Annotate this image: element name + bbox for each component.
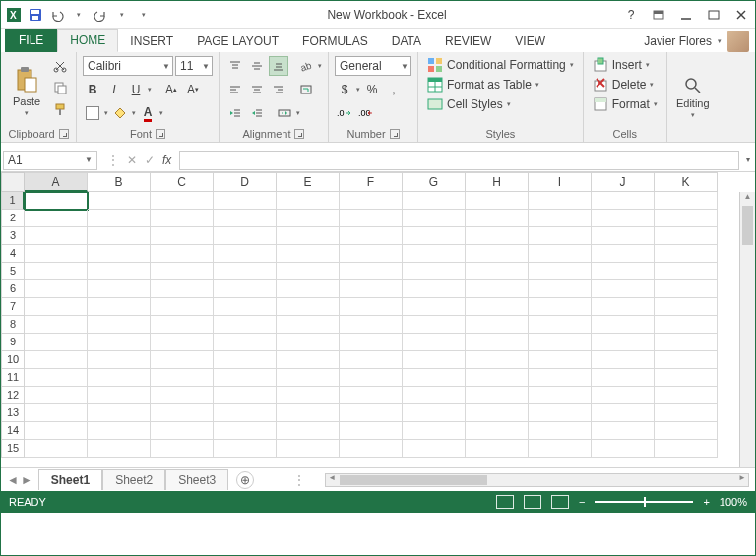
cell[interactable] [529, 298, 592, 316]
cell[interactable] [214, 351, 277, 369]
cell[interactable] [277, 192, 340, 210]
cell[interactable] [655, 351, 718, 369]
redo-dropdown-icon[interactable]: ▾ [113, 6, 131, 24]
cell[interactable] [88, 227, 151, 245]
cell[interactable] [403, 440, 466, 458]
copy-icon[interactable] [50, 78, 70, 97]
cell[interactable] [466, 263, 529, 280]
cell[interactable] [466, 298, 529, 316]
cell[interactable] [88, 298, 151, 316]
cell[interactable] [529, 192, 592, 210]
borders-icon[interactable] [83, 103, 102, 123]
cell[interactable] [214, 245, 277, 263]
close-icon[interactable] [731, 6, 751, 24]
cell[interactable] [403, 387, 466, 404]
cell[interactable] [88, 387, 151, 404]
cell[interactable] [655, 387, 718, 404]
cell[interactable] [592, 280, 655, 298]
row-header[interactable]: 2 [1, 210, 25, 227]
cell[interactable] [655, 334, 718, 351]
cell[interactable] [277, 351, 340, 369]
cell[interactable] [25, 369, 88, 387]
cell[interactable] [214, 227, 277, 245]
cell[interactable] [151, 351, 214, 369]
cell[interactable] [214, 210, 277, 227]
column-header[interactable]: F [340, 172, 403, 192]
page-break-view-icon[interactable] [551, 495, 569, 509]
cell[interactable] [25, 387, 88, 404]
font-dialog-launcher[interactable] [156, 129, 165, 139]
conditional-formatting-button[interactable]: Conditional Formatting▾ [424, 56, 577, 74]
cell[interactable] [340, 404, 403, 422]
percent-icon[interactable]: % [362, 80, 382, 99]
increase-font-icon[interactable]: A▴ [161, 80, 181, 99]
align-bottom-icon[interactable] [269, 56, 288, 76]
tab-formulas[interactable]: FORMULAS [290, 31, 380, 52]
cell[interactable] [403, 210, 466, 227]
normal-view-icon[interactable] [496, 495, 514, 509]
qat-customize-icon[interactable]: ▾ [135, 6, 153, 24]
cell[interactable] [592, 404, 655, 422]
cell[interactable] [340, 334, 403, 351]
cell[interactable] [592, 263, 655, 280]
cell[interactable] [25, 245, 88, 263]
cell[interactable] [655, 245, 718, 263]
cell[interactable] [214, 263, 277, 280]
font-color-icon[interactable]: A [138, 103, 158, 123]
cell[interactable] [151, 334, 214, 351]
cell[interactable] [214, 280, 277, 298]
cell[interactable] [277, 334, 340, 351]
cut-icon[interactable] [50, 56, 70, 76]
cell[interactable] [403, 298, 466, 316]
currency-dropdown-icon[interactable]: ▾ [356, 86, 360, 93]
cell[interactable] [340, 245, 403, 263]
align-left-icon[interactable] [225, 80, 245, 99]
column-header[interactable]: K [655, 172, 718, 192]
avatar[interactable] [727, 31, 749, 52]
cell-styles-button[interactable]: Cell Styles▾ [424, 95, 577, 113]
cell[interactable] [592, 210, 655, 227]
cell[interactable] [88, 316, 151, 334]
cell[interactable] [403, 404, 466, 422]
formula-expand-icon[interactable]: ▾ [741, 155, 755, 164]
cell[interactable] [340, 316, 403, 334]
cell[interactable] [340, 369, 403, 387]
cell[interactable] [655, 404, 718, 422]
save-icon[interactable] [27, 6, 44, 24]
tab-home[interactable]: HOME [57, 29, 118, 52]
cell[interactable] [592, 369, 655, 387]
cell[interactable] [529, 263, 592, 280]
row-header[interactable]: 1 [1, 192, 25, 210]
underline-dropdown-icon[interactable]: ▾ [148, 86, 152, 93]
cell[interactable] [529, 422, 592, 440]
cell[interactable] [25, 227, 88, 245]
format-painter-icon[interactable] [50, 99, 70, 119]
row-header[interactable]: 15 [1, 440, 25, 458]
file-tab[interactable]: FILE [5, 29, 57, 52]
cell[interactable] [655, 280, 718, 298]
merge-center-icon[interactable] [275, 103, 294, 123]
vscroll-thumb[interactable] [742, 206, 753, 245]
tab-data[interactable]: DATA [380, 31, 433, 52]
align-top-icon[interactable] [225, 56, 245, 76]
insert-cells-button[interactable]: Insert▾ [590, 56, 661, 74]
cell[interactable] [655, 369, 718, 387]
tab-view[interactable]: VIEW [503, 31, 557, 52]
cell[interactable] [340, 440, 403, 458]
cell[interactable] [403, 422, 466, 440]
cell[interactable] [655, 298, 718, 316]
cell[interactable] [655, 227, 718, 245]
clipboard-dialog-launcher[interactable] [59, 129, 69, 139]
cell[interactable] [214, 298, 277, 316]
cell[interactable] [466, 227, 529, 245]
cell[interactable] [466, 280, 529, 298]
cell[interactable] [151, 210, 214, 227]
row-header[interactable]: 8 [1, 316, 25, 334]
cell[interactable] [340, 387, 403, 404]
cell[interactable] [529, 369, 592, 387]
user-area[interactable]: Javier Flores ▾ [644, 31, 755, 52]
tab-insert[interactable]: INSERT [118, 31, 185, 52]
cell[interactable] [403, 369, 466, 387]
cell[interactable] [592, 440, 655, 458]
column-header[interactable]: B [88, 172, 151, 192]
